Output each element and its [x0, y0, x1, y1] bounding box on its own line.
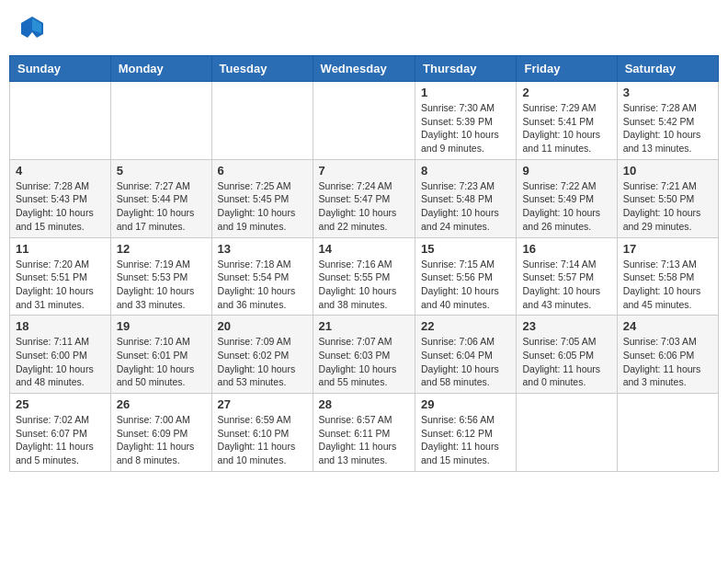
week-row-2: 4Sunrise: 7:28 AM Sunset: 5:43 PM Daylig…	[10, 159, 719, 237]
day-cell: 22Sunrise: 7:06 AM Sunset: 6:04 PM Dayli…	[415, 316, 517, 394]
day-number: 24	[623, 319, 712, 333]
day-cell: 4Sunrise: 7:28 AM Sunset: 5:43 PM Daylig…	[10, 159, 111, 237]
day-number: 10	[623, 164, 712, 178]
week-row-3: 11Sunrise: 7:20 AM Sunset: 5:51 PM Dayli…	[10, 237, 719, 316]
day-number: 26	[117, 397, 206, 411]
day-info: Sunrise: 7:16 AM Sunset: 5:55 PM Dayligh…	[319, 258, 409, 312]
day-info: Sunrise: 7:29 AM Sunset: 5:41 PM Dayligh…	[522, 101, 610, 155]
day-info: Sunrise: 7:15 AM Sunset: 5:56 PM Dayligh…	[421, 258, 510, 312]
day-cell: 18Sunrise: 7:11 AM Sunset: 6:00 PM Dayli…	[10, 316, 111, 394]
day-info: Sunrise: 7:13 AM Sunset: 5:58 PM Dayligh…	[623, 258, 712, 312]
week-row-5: 25Sunrise: 7:02 AM Sunset: 6:07 PM Dayli…	[10, 394, 719, 472]
day-number: 25	[16, 397, 105, 411]
day-cell	[10, 82, 111, 160]
day-info: Sunrise: 7:28 AM Sunset: 5:43 PM Dayligh…	[16, 179, 105, 234]
day-number: 28	[319, 397, 409, 411]
day-number: 15	[421, 242, 510, 256]
day-cell	[211, 82, 313, 160]
day-info: Sunrise: 7:07 AM Sunset: 6:03 PM Dayligh…	[319, 335, 409, 389]
day-info: Sunrise: 7:14 AM Sunset: 5:57 PM Dayligh…	[522, 258, 610, 312]
day-cell: 1Sunrise: 7:30 AM Sunset: 5:39 PM Daylig…	[415, 82, 517, 160]
day-info: Sunrise: 7:20 AM Sunset: 5:51 PM Dayligh…	[16, 258, 105, 312]
day-cell: 10Sunrise: 7:21 AM Sunset: 5:50 PM Dayli…	[617, 159, 718, 237]
day-number: 1	[421, 86, 510, 99]
day-info: Sunrise: 7:27 AM Sunset: 5:44 PM Dayligh…	[117, 179, 206, 234]
day-number: 2	[522, 86, 610, 99]
day-number: 18	[16, 319, 105, 333]
day-number: 7	[319, 164, 409, 178]
day-number: 12	[117, 242, 206, 256]
weekday-header-friday: Friday	[517, 56, 617, 82]
day-cell: 23Sunrise: 7:05 AM Sunset: 6:05 PM Dayli…	[517, 316, 617, 394]
day-number: 8	[421, 164, 510, 178]
day-info: Sunrise: 7:24 AM Sunset: 5:47 PM Dayligh…	[319, 179, 409, 234]
day-info: Sunrise: 7:18 AM Sunset: 5:54 PM Dayligh…	[218, 258, 307, 312]
day-cell: 26Sunrise: 7:00 AM Sunset: 6:09 PM Dayli…	[110, 394, 211, 472]
weekday-header-sunday: Sunday	[10, 56, 111, 82]
day-cell: 11Sunrise: 7:20 AM Sunset: 5:51 PM Dayli…	[10, 237, 111, 316]
weekday-header-tuesday: Tuesday	[211, 56, 313, 82]
day-info: Sunrise: 7:25 AM Sunset: 5:45 PM Dayligh…	[218, 179, 307, 234]
day-cell: 5Sunrise: 7:27 AM Sunset: 5:44 PM Daylig…	[110, 159, 211, 237]
day-info: Sunrise: 7:19 AM Sunset: 5:53 PM Dayligh…	[117, 258, 206, 312]
day-cell: 6Sunrise: 7:25 AM Sunset: 5:45 PM Daylig…	[211, 159, 313, 237]
day-cell: 28Sunrise: 6:57 AM Sunset: 6:11 PM Dayli…	[313, 394, 415, 472]
day-number: 19	[117, 319, 206, 333]
day-cell	[110, 82, 211, 160]
logo-icon	[18, 14, 46, 41]
day-info: Sunrise: 6:59 AM Sunset: 6:10 PM Dayligh…	[218, 413, 307, 467]
day-info: Sunrise: 7:28 AM Sunset: 5:42 PM Dayligh…	[623, 101, 712, 155]
day-info: Sunrise: 6:57 AM Sunset: 6:11 PM Dayligh…	[319, 413, 409, 467]
day-cell: 9Sunrise: 7:22 AM Sunset: 5:49 PM Daylig…	[517, 159, 617, 237]
day-cell	[517, 394, 617, 472]
day-cell: 16Sunrise: 7:14 AM Sunset: 5:57 PM Dayli…	[517, 237, 617, 316]
day-cell: 7Sunrise: 7:24 AM Sunset: 5:47 PM Daylig…	[313, 159, 415, 237]
day-info: Sunrise: 7:03 AM Sunset: 6:06 PM Dayligh…	[623, 335, 712, 389]
weekday-header-wednesday: Wednesday	[313, 56, 415, 82]
day-cell	[313, 82, 415, 160]
day-cell: 3Sunrise: 7:28 AM Sunset: 5:42 PM Daylig…	[617, 82, 718, 160]
day-number: 22	[421, 319, 510, 333]
day-number: 17	[623, 242, 712, 256]
logo	[18, 14, 50, 41]
day-info: Sunrise: 7:11 AM Sunset: 6:00 PM Dayligh…	[16, 335, 105, 389]
day-cell: 27Sunrise: 6:59 AM Sunset: 6:10 PM Dayli…	[211, 394, 313, 472]
day-cell: 19Sunrise: 7:10 AM Sunset: 6:01 PM Dayli…	[110, 316, 211, 394]
day-number: 5	[117, 164, 206, 178]
day-cell	[617, 394, 718, 472]
day-cell: 17Sunrise: 7:13 AM Sunset: 5:58 PM Dayli…	[617, 237, 718, 316]
day-info: Sunrise: 7:06 AM Sunset: 6:04 PM Dayligh…	[421, 335, 510, 389]
day-cell: 15Sunrise: 7:15 AM Sunset: 5:56 PM Dayli…	[415, 237, 517, 316]
weekday-header-monday: Monday	[110, 56, 211, 82]
day-info: Sunrise: 7:00 AM Sunset: 6:09 PM Dayligh…	[117, 413, 206, 467]
day-info: Sunrise: 7:02 AM Sunset: 6:07 PM Dayligh…	[16, 413, 105, 467]
day-cell: 25Sunrise: 7:02 AM Sunset: 6:07 PM Dayli…	[10, 394, 111, 472]
day-number: 9	[522, 164, 610, 178]
day-number: 4	[16, 164, 105, 178]
day-number: 23	[522, 319, 610, 333]
day-number: 13	[218, 242, 307, 256]
day-number: 11	[16, 242, 105, 256]
weekday-header-saturday: Saturday	[617, 56, 718, 82]
day-info: Sunrise: 7:09 AM Sunset: 6:02 PM Dayligh…	[218, 335, 307, 389]
day-number: 27	[218, 397, 307, 411]
day-number: 21	[319, 319, 409, 333]
day-cell: 29Sunrise: 6:56 AM Sunset: 6:12 PM Dayli…	[415, 394, 517, 472]
weekday-header-row: SundayMondayTuesdayWednesdayThursdayFrid…	[10, 56, 719, 82]
week-row-4: 18Sunrise: 7:11 AM Sunset: 6:00 PM Dayli…	[10, 316, 719, 394]
weekday-header-thursday: Thursday	[415, 56, 517, 82]
day-cell: 2Sunrise: 7:29 AM Sunset: 5:41 PM Daylig…	[517, 82, 617, 160]
day-info: Sunrise: 7:10 AM Sunset: 6:01 PM Dayligh…	[117, 335, 206, 389]
day-cell: 13Sunrise: 7:18 AM Sunset: 5:54 PM Dayli…	[211, 237, 313, 316]
day-cell: 24Sunrise: 7:03 AM Sunset: 6:06 PM Dayli…	[617, 316, 718, 394]
day-number: 16	[522, 242, 610, 256]
day-cell: 14Sunrise: 7:16 AM Sunset: 5:55 PM Dayli…	[313, 237, 415, 316]
week-row-1: 1Sunrise: 7:30 AM Sunset: 5:39 PM Daylig…	[10, 82, 719, 160]
day-info: Sunrise: 7:30 AM Sunset: 5:39 PM Dayligh…	[421, 101, 510, 155]
calendar-table: SundayMondayTuesdayWednesdayThursdayFrid…	[9, 55, 719, 472]
day-info: Sunrise: 7:22 AM Sunset: 5:49 PM Dayligh…	[522, 179, 610, 234]
day-number: 20	[218, 319, 307, 333]
day-number: 3	[623, 86, 712, 99]
day-info: Sunrise: 6:56 AM Sunset: 6:12 PM Dayligh…	[421, 413, 510, 467]
day-cell: 20Sunrise: 7:09 AM Sunset: 6:02 PM Dayli…	[211, 316, 313, 394]
